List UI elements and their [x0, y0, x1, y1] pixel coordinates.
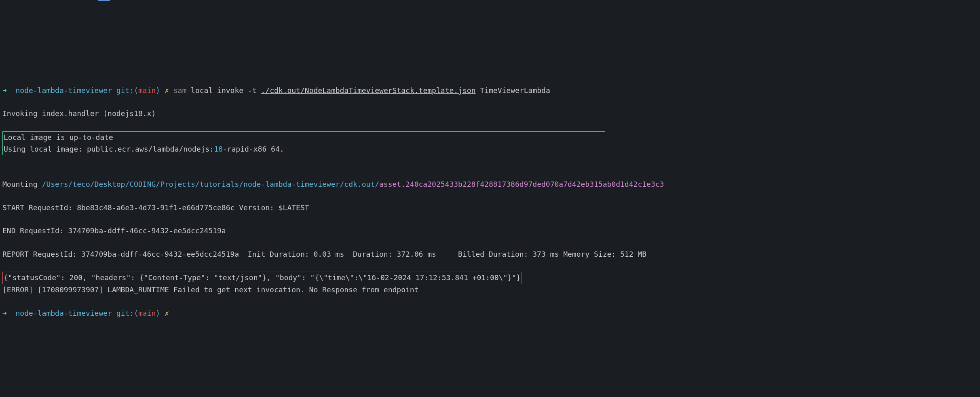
start-request-line: START RequestId: 8be83c48-a6e3-4d73-91f1…	[2, 202, 978, 214]
image-prefix: Using local image: public.ecr.aws/lambda…	[4, 145, 214, 153]
paren-close: )	[156, 86, 160, 95]
image-uptodate-line: Local image is up-to-date	[4, 132, 604, 144]
error-line: [ERROR] [1708099973907] LAMBDA_RUNTIME F…	[2, 284, 978, 296]
prompt-arrow: ➜	[2, 86, 7, 95]
dirty-mark: ✗	[165, 86, 169, 95]
sam-command: sam	[173, 86, 187, 95]
branch-name: main	[138, 86, 156, 95]
blank-line-1	[2, 155, 978, 167]
nodejs-version: 18	[214, 145, 223, 153]
terminal-output[interactable]: ➜ node-lambda-timeviewer git:(main) ✗ sa…	[2, 73, 978, 331]
prompt-line-2: ➜ node-lambda-timeviewer git:(main) ✗	[2, 308, 978, 319]
mount-path: /Users/teco/Desktop/CODING/Projects/tuto…	[42, 180, 379, 188]
project-name-2: node-lambda-timeviewer	[16, 309, 112, 317]
prompt-line-1: ➜ node-lambda-timeviewer git:(main) ✗ sa…	[2, 85, 978, 97]
asset-hash: asset.240ca2025433b228f428817386d97ded07…	[379, 180, 664, 188]
response-box: {"statusCode": 200, "headers": {"Content…	[2, 272, 522, 284]
tab-indicator	[98, 0, 110, 1]
dirty-mark-2: ✗	[165, 309, 169, 317]
lambda-name: TimeViewerLambda	[476, 86, 550, 95]
template-path: ./cdk.out/NodeLambdaTimeviewerStack.temp…	[261, 86, 475, 95]
image-suffix: -rapid-x86_64.	[223, 145, 284, 153]
branch-name-2: main	[138, 309, 156, 317]
prompt-arrow-2: ➜	[2, 309, 7, 317]
image-info-box: Local image is up-to-dateUsing local ima…	[2, 131, 605, 156]
paren-open-2: (	[134, 309, 138, 317]
using-image-line: Using local image: public.ecr.aws/lambda…	[4, 144, 604, 155]
paren-open: (	[134, 86, 138, 95]
end-request-line: END RequestId: 374709ba-ddff-46cc-9432-e…	[2, 225, 978, 237]
git-label: git:	[116, 86, 134, 95]
git-label-2: git:	[116, 309, 134, 317]
invoking-line: Invoking index.handler (nodejs18.x)	[2, 108, 978, 120]
paren-close-2: )	[156, 309, 160, 317]
project-name: node-lambda-timeviewer	[16, 86, 112, 95]
response-json: {"statusCode": 200, "headers": {"Content…	[4, 273, 521, 282]
mounting-prefix: Mounting	[2, 180, 42, 188]
report-line: REPORT RequestId: 374709ba-ddff-46cc-943…	[2, 249, 978, 260]
command-args-1: local invoke -t	[186, 86, 261, 95]
mounting-line: Mounting /Users/teco/Desktop/CODING/Proj…	[2, 179, 978, 190]
